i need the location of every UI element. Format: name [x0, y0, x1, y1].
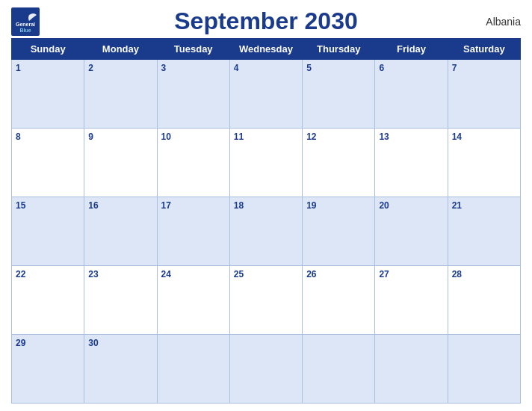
calendar-cell: 28 — [448, 266, 520, 335]
calendar-cell: 5 — [303, 60, 375, 129]
calendar-cell: 1 — [12, 60, 84, 129]
calendar-cell: 12 — [303, 129, 375, 197]
week-row-1: 1234567 — [12, 60, 521, 129]
calendar-table: SundayMondayTuesdayWednesdayThursdayFrid… — [11, 38, 521, 404]
calendar-cell: 23 — [84, 266, 157, 335]
calendar-cell — [303, 335, 375, 404]
day-header-friday: Friday — [375, 39, 448, 60]
day-number: 10 — [161, 132, 171, 142]
calendar-cell: 20 — [375, 197, 448, 266]
calendar-cell: 6 — [375, 60, 448, 129]
day-number: 30 — [88, 338, 98, 348]
day-header-thursday: Thursday — [303, 39, 375, 60]
day-header-wednesday: Wednesday — [229, 39, 302, 60]
calendar-cell — [229, 335, 302, 404]
calendar-cell: 13 — [375, 129, 448, 197]
country-label: Albania — [486, 16, 521, 28]
logo-box: General Blue — [11, 7, 40, 36]
day-number: 2 — [88, 63, 93, 73]
calendar-cell: 7 — [448, 60, 520, 129]
day-number: 17 — [161, 200, 171, 211]
day-number: 13 — [379, 132, 389, 142]
calendar-cell — [448, 335, 520, 404]
day-number: 11 — [234, 132, 244, 142]
day-number: 27 — [379, 269, 389, 279]
calendar-cell: 4 — [229, 60, 302, 129]
day-number: 22 — [16, 269, 25, 279]
calendar-cell: 18 — [229, 197, 302, 266]
day-header-saturday: Saturday — [448, 39, 520, 60]
calendar-cell: 8 — [12, 129, 84, 197]
day-number: 25 — [234, 269, 244, 279]
day-number: 9 — [88, 132, 93, 142]
page-title: September 2030 — [174, 7, 357, 35]
day-number: 18 — [234, 200, 244, 211]
day-number: 4 — [234, 63, 239, 73]
day-number: 6 — [379, 63, 384, 73]
calendar-cell: 2 — [84, 60, 157, 129]
calendar-cell: 29 — [12, 335, 84, 404]
day-number: 20 — [379, 200, 389, 211]
calendar-cell: 14 — [448, 129, 520, 197]
week-row-5: 2930 — [12, 335, 521, 404]
calendar-cell: 16 — [84, 197, 157, 266]
day-number: 14 — [452, 132, 462, 142]
day-number: 24 — [161, 269, 171, 279]
day-number: 23 — [88, 269, 98, 279]
day-number: 7 — [452, 63, 457, 73]
calendar-cell: 24 — [157, 266, 229, 335]
calendar-cell: 17 — [157, 197, 229, 266]
day-number: 26 — [306, 269, 316, 279]
calendar-cell: 22 — [12, 266, 84, 335]
day-headers-row: SundayMondayTuesdayWednesdayThursdayFrid… — [12, 39, 521, 60]
calendar-header: General Blue September 2030 Albania — [11, 7, 521, 35]
day-number: 29 — [16, 338, 25, 348]
day-number: 28 — [452, 269, 462, 279]
day-header-monday: Monday — [84, 39, 157, 60]
calendar-cell — [375, 335, 448, 404]
day-number: 1 — [16, 63, 21, 73]
logo: General Blue — [11, 7, 40, 36]
calendar-cell: 27 — [375, 266, 448, 335]
day-number: 16 — [88, 200, 98, 211]
calendar-cell: 15 — [12, 197, 84, 266]
day-number: 3 — [161, 63, 167, 73]
week-row-4: 22232425262728 — [12, 266, 521, 335]
calendar-cell: 26 — [303, 266, 375, 335]
day-number: 21 — [452, 200, 462, 211]
day-header-tuesday: Tuesday — [157, 39, 229, 60]
calendar-cell: 21 — [448, 197, 520, 266]
week-row-3: 15161718192021 — [12, 197, 521, 266]
calendar-cell — [157, 335, 229, 404]
calendar-cell: 30 — [84, 335, 157, 404]
week-row-2: 891011121314 — [12, 129, 521, 197]
calendar-cell: 3 — [157, 60, 229, 129]
day-number: 8 — [16, 132, 21, 142]
calendar-cell: 11 — [229, 129, 302, 197]
day-header-sunday: Sunday — [12, 39, 84, 60]
day-number: 12 — [306, 132, 316, 142]
day-number: 5 — [306, 63, 312, 73]
calendar-cell: 25 — [229, 266, 302, 335]
calendar-cell: 19 — [303, 197, 375, 266]
day-number: 19 — [306, 200, 316, 211]
calendar-cell: 10 — [157, 129, 229, 197]
calendar-cell: 9 — [84, 129, 157, 197]
day-number: 15 — [16, 200, 25, 211]
